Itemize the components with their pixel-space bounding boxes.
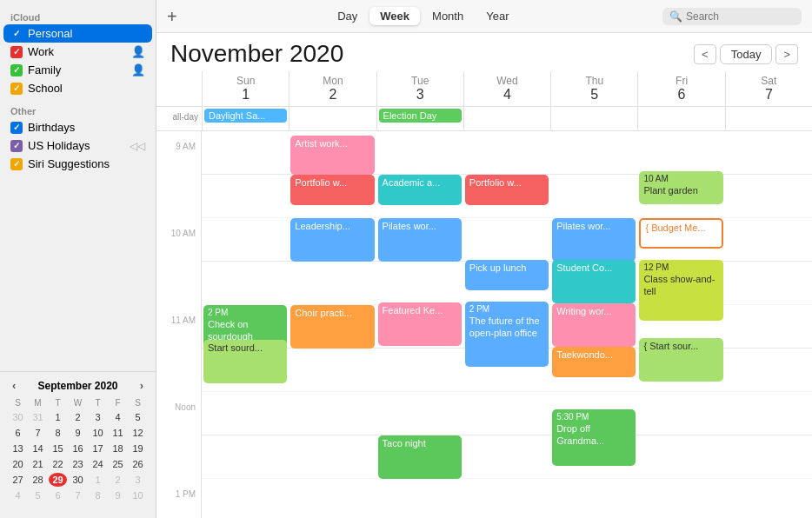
allday-cell-tue: Election Day xyxy=(376,107,463,130)
time-cell xyxy=(202,392,289,435)
mini-cal-day[interactable]: 25 xyxy=(109,457,127,471)
event-block[interactable]: Portfolio w... xyxy=(465,175,549,205)
search-input[interactable] xyxy=(686,10,790,23)
mini-cal-day[interactable]: 6 xyxy=(9,426,27,440)
event-block[interactable]: 10 AMPlant garden xyxy=(639,171,722,204)
event-block[interactable]: 5:30 PMDrop off Grandma... xyxy=(552,409,636,466)
mini-cal-day[interactable]: 17 xyxy=(89,442,107,455)
mini-cal-day[interactable]: 8 xyxy=(49,426,67,440)
event-block[interactable]: Pilates wor... xyxy=(552,218,636,262)
mini-cal-day[interactable]: 3 xyxy=(89,410,107,424)
event-block[interactable]: Choir practi... xyxy=(290,305,374,349)
search-box[interactable]: 🔍 xyxy=(662,8,802,25)
allday-event-election[interactable]: Election Day xyxy=(379,109,462,123)
mini-cal-day[interactable]: 30 xyxy=(9,410,27,424)
sidebar-item-us-holidays[interactable]: ✓ US Holidays ◁◁ xyxy=(3,136,152,155)
mini-cal-day[interactable]: 1 xyxy=(89,473,107,487)
mini-cal-day[interactable]: 30 xyxy=(69,473,87,487)
mini-cal-day[interactable]: 13 xyxy=(9,442,27,455)
time-cell xyxy=(202,131,289,175)
mini-cal-day[interactable]: 21 xyxy=(29,457,47,471)
mini-cal-day[interactable]: 29 xyxy=(49,473,67,487)
mini-cal-day[interactable]: 28 xyxy=(29,473,47,487)
mini-cal-day[interactable]: 7 xyxy=(69,488,87,502)
mini-cal-day[interactable]: 5 xyxy=(129,410,147,424)
tab-year[interactable]: Year xyxy=(476,7,519,25)
sidebar-item-family[interactable]: ✓ Family 👤 xyxy=(3,61,152,79)
event-block[interactable]: Student Co... xyxy=(552,260,636,303)
event-block[interactable]: Academic a... xyxy=(378,175,462,205)
tab-day[interactable]: Day xyxy=(327,7,368,25)
next-week-button[interactable]: > xyxy=(775,44,798,64)
mini-cal-day[interactable]: 23 xyxy=(69,457,87,471)
mini-cal-dow: T xyxy=(89,397,107,408)
time-cell xyxy=(463,392,550,435)
family-person-icon: 👤 xyxy=(131,63,145,76)
day-num-fri: 6 xyxy=(638,87,724,103)
day-header-wed: Wed 4 xyxy=(463,71,550,106)
time-label: 1 PM xyxy=(156,473,202,516)
tab-week[interactable]: Week xyxy=(369,7,420,25)
mini-cal-day[interactable]: 10 xyxy=(89,426,107,440)
event-block[interactable]: 12 PMClass show-and-tell xyxy=(639,260,722,321)
mini-cal-day[interactable]: 9 xyxy=(109,488,127,502)
mini-cal-day[interactable]: 2 xyxy=(109,473,127,487)
event-block[interactable]: Taekwondo... xyxy=(552,347,636,377)
sidebar-item-siri[interactable]: ✓ Siri Suggestions xyxy=(3,155,152,173)
sidebar-item-school[interactable]: ✓ School xyxy=(3,79,152,97)
mini-cal-day[interactable]: 27 xyxy=(9,473,27,487)
event-block[interactable]: Leadership... xyxy=(290,218,374,262)
mini-cal-day[interactable]: 11 xyxy=(109,426,127,440)
mini-cal-day[interactable]: 7 xyxy=(29,426,47,440)
mini-cal-day[interactable]: 9 xyxy=(69,426,87,440)
school-label: School xyxy=(28,82,145,95)
mini-cal-day[interactable]: 24 xyxy=(89,457,107,471)
mini-cal-day[interactable]: 20 xyxy=(9,457,27,471)
mini-cal-day[interactable]: 4 xyxy=(9,488,27,502)
mini-cal-prev[interactable]: ‹ xyxy=(9,379,19,392)
event-block[interactable]: { Start sour... xyxy=(639,338,722,382)
today-button[interactable]: Today xyxy=(720,44,773,64)
event-block[interactable]: { Budget Me... xyxy=(639,218,722,249)
day-header-tue: Tue 3 xyxy=(376,71,463,106)
event-block[interactable]: Taco night xyxy=(378,435,462,479)
event-block[interactable]: Pilates wor... xyxy=(378,218,462,262)
allday-event-daylight[interactable]: Daylight Sa... xyxy=(204,109,287,123)
sidebar-item-birthdays[interactable]: ✓ Birthdays xyxy=(3,118,152,136)
mini-cal-day[interactable]: 12 xyxy=(129,426,147,440)
mini-cal-day[interactable]: 6 xyxy=(49,488,67,502)
sound-icon: ◁◁ xyxy=(130,140,145,152)
time-cell xyxy=(637,479,724,518)
event-block[interactable]: Pick up lunch xyxy=(465,260,549,290)
mini-cal-day[interactable]: 18 xyxy=(109,442,127,455)
mini-cal-day[interactable]: 2 xyxy=(69,410,87,424)
mini-cal-day[interactable]: 22 xyxy=(49,457,67,471)
mini-cal-day[interactable]: 14 xyxy=(29,442,47,455)
sidebar-item-work[interactable]: ✓ Work 👤 xyxy=(3,43,152,61)
mini-cal-day[interactable]: 16 xyxy=(69,442,87,455)
mini-cal-day[interactable]: 19 xyxy=(129,442,147,455)
event-block[interactable]: Featured Ke... xyxy=(378,302,462,346)
mini-cal-day[interactable]: 31 xyxy=(29,410,47,424)
mini-cal-day[interactable]: 10 xyxy=(129,488,147,502)
tab-month[interactable]: Month xyxy=(422,7,474,25)
prev-week-button[interactable]: < xyxy=(694,44,716,64)
mini-cal-day[interactable]: 26 xyxy=(129,457,147,471)
mini-cal-dow: F xyxy=(109,397,127,408)
add-event-button[interactable]: + xyxy=(167,8,177,25)
event-block[interactable]: Portfolio w... xyxy=(290,175,374,205)
sidebar-item-personal[interactable]: ✓ Personal xyxy=(3,24,152,43)
mini-cal-day[interactable]: 5 xyxy=(29,488,47,502)
mini-cal-day[interactable]: 3 xyxy=(129,473,147,487)
work-person-icon: 👤 xyxy=(131,45,145,58)
mini-cal-day[interactable]: 4 xyxy=(109,410,127,424)
mini-cal-day[interactable]: 1 xyxy=(49,410,67,424)
mini-cal-day[interactable]: 8 xyxy=(89,488,107,502)
mini-cal-next[interactable]: › xyxy=(136,379,147,392)
event-block[interactable]: Writing wor... xyxy=(552,303,636,347)
time-cell xyxy=(289,392,376,435)
event-block[interactable]: Start sourd... xyxy=(203,340,287,383)
event-block[interactable]: 2 PMThe future of the open-plan office xyxy=(465,302,549,367)
mini-cal-day[interactable]: 15 xyxy=(49,442,67,455)
event-block[interactable]: Artist work... xyxy=(290,136,374,175)
